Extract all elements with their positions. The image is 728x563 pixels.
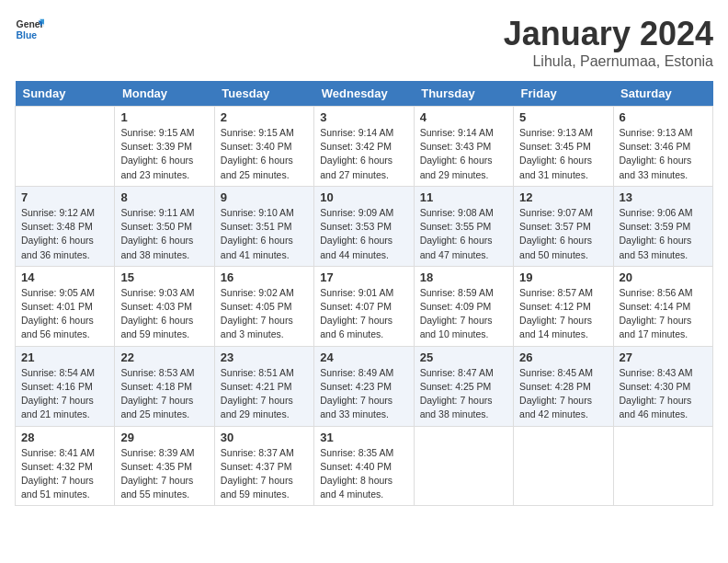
- day-info: Sunrise: 8:47 AM Sunset: 4:25 PM Dayligh…: [420, 366, 507, 422]
- day-info: Sunrise: 9:06 AM Sunset: 3:59 PM Dayligh…: [620, 206, 707, 262]
- day-info: Sunrise: 9:14 AM Sunset: 3:43 PM Dayligh…: [420, 126, 507, 182]
- day-info: Sunrise: 8:56 AM Sunset: 4:14 PM Dayligh…: [620, 286, 707, 342]
- calendar-cell: 30Sunrise: 8:37 AM Sunset: 4:37 PM Dayli…: [214, 426, 313, 506]
- day-info: Sunrise: 8:53 AM Sunset: 4:18 PM Dayligh…: [120, 366, 208, 422]
- calendar-week-2: 7Sunrise: 9:12 AM Sunset: 3:48 PM Daylig…: [16, 186, 713, 266]
- day-number: 21: [21, 350, 108, 364]
- calendar-cell: [16, 107, 115, 187]
- day-info: Sunrise: 8:37 AM Sunset: 4:37 PM Dayligh…: [221, 446, 308, 502]
- day-info: Sunrise: 8:59 AM Sunset: 4:09 PM Dayligh…: [420, 286, 507, 342]
- day-number: 14: [21, 270, 108, 284]
- calendar-cell: 24Sunrise: 8:49 AM Sunset: 4:23 PM Dayli…: [314, 346, 414, 426]
- calendar-cell: 27Sunrise: 8:43 AM Sunset: 4:30 PM Dayli…: [613, 346, 712, 426]
- day-number: 23: [221, 350, 308, 364]
- day-info: Sunrise: 9:10 AM Sunset: 3:51 PM Dayligh…: [221, 206, 308, 262]
- calendar-cell: 2Sunrise: 9:15 AM Sunset: 3:40 PM Daylig…: [214, 107, 313, 187]
- calendar-cell: 13Sunrise: 9:06 AM Sunset: 3:59 PM Dayli…: [613, 186, 712, 266]
- day-info: Sunrise: 9:08 AM Sunset: 3:55 PM Dayligh…: [420, 206, 507, 262]
- day-info: Sunrise: 9:12 AM Sunset: 3:48 PM Dayligh…: [21, 206, 108, 262]
- calendar-cell: 15Sunrise: 9:03 AM Sunset: 4:03 PM Dayli…: [115, 266, 214, 346]
- day-info: Sunrise: 9:13 AM Sunset: 3:46 PM Dayligh…: [620, 126, 707, 182]
- weekday-header-monday: Monday: [115, 81, 214, 107]
- month-title: January 2024: [504, 15, 713, 53]
- calendar-cell: 26Sunrise: 8:45 AM Sunset: 4:28 PM Dayli…: [514, 346, 613, 426]
- weekday-header-tuesday: Tuesday: [214, 81, 313, 107]
- calendar-cell: 1Sunrise: 9:15 AM Sunset: 3:39 PM Daylig…: [115, 107, 214, 187]
- day-info: Sunrise: 9:15 AM Sunset: 3:40 PM Dayligh…: [221, 126, 308, 182]
- day-info: Sunrise: 9:14 AM Sunset: 3:42 PM Dayligh…: [320, 126, 407, 182]
- day-number: 28: [21, 431, 108, 444]
- calendar-cell: 23Sunrise: 8:51 AM Sunset: 4:21 PM Dayli…: [214, 346, 313, 426]
- day-number: 2: [221, 110, 308, 124]
- day-info: Sunrise: 9:05 AM Sunset: 4:01 PM Dayligh…: [21, 286, 108, 342]
- calendar-week-1: 1Sunrise: 9:15 AM Sunset: 3:39 PM Daylig…: [16, 107, 713, 187]
- day-number: 25: [420, 350, 507, 364]
- calendar-cell: 17Sunrise: 9:01 AM Sunset: 4:07 PM Dayli…: [314, 266, 414, 346]
- day-number: 18: [420, 270, 507, 284]
- calendar-cell: [613, 426, 712, 506]
- day-number: 26: [519, 350, 607, 364]
- calendar-cell: 12Sunrise: 9:07 AM Sunset: 3:57 PM Dayli…: [514, 186, 613, 266]
- day-info: Sunrise: 9:01 AM Sunset: 4:07 PM Dayligh…: [320, 286, 407, 342]
- weekday-header-sunday: Sunday: [16, 81, 115, 107]
- calendar-cell: 25Sunrise: 8:47 AM Sunset: 4:25 PM Dayli…: [414, 346, 513, 426]
- day-number: 29: [120, 431, 208, 444]
- calendar-week-4: 21Sunrise: 8:54 AM Sunset: 4:16 PM Dayli…: [16, 346, 713, 426]
- day-number: 7: [21, 190, 108, 204]
- calendar-cell: 5Sunrise: 9:13 AM Sunset: 3:45 PM Daylig…: [514, 107, 613, 187]
- page-header: General Blue January 2024 Lihula, Paernu…: [15, 15, 713, 70]
- day-number: 27: [620, 350, 707, 364]
- svg-text:Blue: Blue: [17, 30, 38, 40]
- day-number: 22: [120, 350, 208, 364]
- day-number: 1: [120, 110, 208, 124]
- day-number: 9: [221, 190, 308, 204]
- day-number: 20: [620, 270, 707, 284]
- day-info: Sunrise: 9:13 AM Sunset: 3:45 PM Dayligh…: [519, 126, 607, 182]
- day-info: Sunrise: 9:11 AM Sunset: 3:50 PM Dayligh…: [120, 206, 208, 262]
- day-info: Sunrise: 8:45 AM Sunset: 4:28 PM Dayligh…: [519, 366, 607, 422]
- calendar-week-3: 14Sunrise: 9:05 AM Sunset: 4:01 PM Dayli…: [16, 266, 713, 346]
- day-number: 16: [221, 270, 308, 284]
- calendar-cell: 29Sunrise: 8:39 AM Sunset: 4:35 PM Dayli…: [115, 426, 214, 506]
- calendar-cell: 7Sunrise: 9:12 AM Sunset: 3:48 PM Daylig…: [16, 186, 115, 266]
- day-number: 24: [320, 350, 407, 364]
- calendar-cell: 28Sunrise: 8:41 AM Sunset: 4:32 PM Dayli…: [16, 426, 115, 506]
- day-number: 12: [519, 190, 607, 204]
- weekday-header-wednesday: Wednesday: [314, 81, 414, 107]
- day-number: 15: [120, 270, 208, 284]
- day-number: 30: [221, 431, 308, 444]
- day-info: Sunrise: 9:07 AM Sunset: 3:57 PM Dayligh…: [519, 206, 607, 262]
- day-info: Sunrise: 9:09 AM Sunset: 3:53 PM Dayligh…: [320, 206, 407, 262]
- weekday-header-friday: Friday: [514, 81, 613, 107]
- logo: General Blue: [15, 15, 44, 44]
- day-number: 31: [320, 431, 407, 444]
- weekday-header-saturday: Saturday: [613, 81, 712, 107]
- day-info: Sunrise: 8:35 AM Sunset: 4:40 PM Dayligh…: [320, 446, 407, 502]
- calendar-cell: 16Sunrise: 9:02 AM Sunset: 4:05 PM Dayli…: [214, 266, 313, 346]
- day-info: Sunrise: 8:51 AM Sunset: 4:21 PM Dayligh…: [221, 366, 308, 422]
- day-number: 11: [420, 190, 507, 204]
- calendar-cell: [414, 426, 513, 506]
- day-info: Sunrise: 8:39 AM Sunset: 4:35 PM Dayligh…: [120, 446, 208, 502]
- day-number: 6: [620, 110, 707, 124]
- calendar-cell: 18Sunrise: 8:59 AM Sunset: 4:09 PM Dayli…: [414, 266, 513, 346]
- calendar-week-5: 28Sunrise: 8:41 AM Sunset: 4:32 PM Dayli…: [16, 426, 713, 506]
- day-number: 8: [120, 190, 208, 204]
- weekday-header-row: SundayMondayTuesdayWednesdayThursdayFrid…: [16, 81, 713, 107]
- day-info: Sunrise: 8:54 AM Sunset: 4:16 PM Dayligh…: [21, 366, 108, 422]
- calendar-table: SundayMondayTuesdayWednesdayThursdayFrid…: [15, 81, 713, 506]
- calendar-cell: 11Sunrise: 9:08 AM Sunset: 3:55 PM Dayli…: [414, 186, 513, 266]
- day-number: 3: [320, 110, 407, 124]
- calendar-cell: 22Sunrise: 8:53 AM Sunset: 4:18 PM Dayli…: [115, 346, 214, 426]
- calendar-cell: 31Sunrise: 8:35 AM Sunset: 4:40 PM Dayli…: [314, 426, 414, 506]
- day-info: Sunrise: 9:03 AM Sunset: 4:03 PM Dayligh…: [120, 286, 208, 342]
- calendar-cell: 10Sunrise: 9:09 AM Sunset: 3:53 PM Dayli…: [314, 186, 414, 266]
- calendar-cell: 14Sunrise: 9:05 AM Sunset: 4:01 PM Dayli…: [16, 266, 115, 346]
- day-info: Sunrise: 9:15 AM Sunset: 3:39 PM Dayligh…: [120, 126, 208, 182]
- title-area: January 2024 Lihula, Paernumaa, Estonia: [504, 15, 713, 70]
- calendar-cell: 19Sunrise: 8:57 AM Sunset: 4:12 PM Dayli…: [514, 266, 613, 346]
- calendar-cell: 4Sunrise: 9:14 AM Sunset: 3:43 PM Daylig…: [414, 107, 513, 187]
- weekday-header-thursday: Thursday: [414, 81, 513, 107]
- calendar-cell: 9Sunrise: 9:10 AM Sunset: 3:51 PM Daylig…: [214, 186, 313, 266]
- calendar-cell: 6Sunrise: 9:13 AM Sunset: 3:46 PM Daylig…: [613, 107, 712, 187]
